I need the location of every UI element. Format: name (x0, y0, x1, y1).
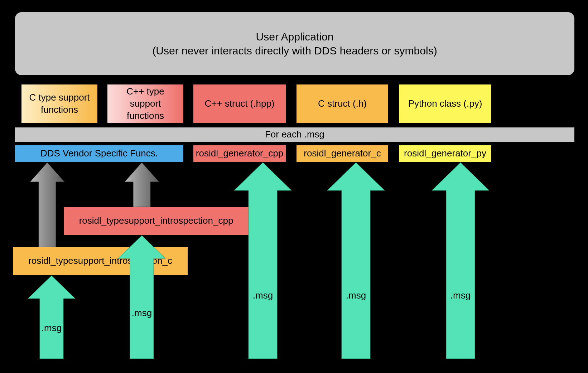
teal-arrow-gen-cpp: .msg (234, 163, 291, 359)
msg-label: .msg (346, 290, 366, 301)
user-application-box: User Application (User never interacts d… (15, 12, 574, 75)
svg-marker-0 (30, 163, 64, 247)
svg-marker-3 (118, 236, 165, 359)
msg-label: .msg (132, 307, 152, 318)
svg-marker-1 (125, 163, 159, 207)
rosidl-generator-c-box: rosidl_generator_c (297, 145, 388, 162)
for-each-msg-strip: For each .msg (15, 127, 574, 142)
rosidl-generator-py-box: rosidl_generator_py (399, 145, 491, 162)
svg-marker-6 (432, 163, 489, 359)
svg-marker-5 (327, 163, 385, 359)
svg-marker-4 (234, 163, 291, 359)
gray-arrow-left (30, 163, 64, 247)
teal-arrow-intro-cpp: .msg (118, 236, 165, 359)
teal-arrow-gen-py: .msg (432, 163, 489, 359)
user-app-line2: (User never interacts directly with DDS … (152, 44, 437, 58)
python-class-box: Python class (.py) (399, 84, 491, 123)
teal-arrow-gen-c: .msg (327, 163, 385, 359)
cpp-struct-box: C++ struct (.hpp) (193, 84, 286, 123)
msg-label: .msg (42, 323, 62, 333)
msg-label: .msg (450, 290, 471, 301)
user-app-line1: User Application (256, 30, 334, 44)
gray-arrow-right (125, 163, 159, 207)
msg-label: .msg (253, 290, 273, 301)
svg-marker-2 (28, 276, 75, 359)
cpp-type-support-box: C++ type support functions (107, 84, 183, 123)
teal-arrow-intro-c: .msg (28, 276, 75, 359)
c-type-support-box: C type support functions (21, 84, 97, 123)
rosidl-typesupport-introspection-cpp-box: rosidl_typesupport_introspection_cpp (64, 207, 249, 235)
dds-vendor-box: DDS Vendor Specific Funcs. (15, 145, 183, 162)
rosidl-generator-cpp-box: rosidl_generator_cpp (193, 145, 286, 162)
c-struct-box: C struct (.h) (297, 84, 388, 123)
